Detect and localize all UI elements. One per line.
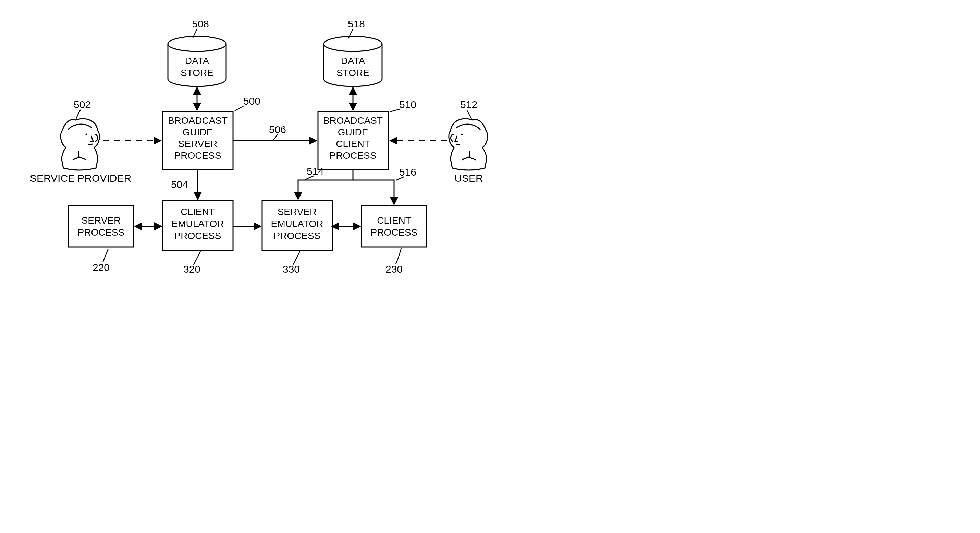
ref-320: 320 — [183, 263, 200, 275]
svg-point-0 — [168, 36, 226, 51]
ce-l2: EMULATOR — [172, 219, 224, 229]
bgc-l2: GUIDE — [338, 127, 368, 137]
ref-330: 330 — [283, 263, 300, 275]
ref-514: 514 — [307, 166, 324, 177]
ref-220: 220 — [92, 262, 110, 273]
ce-l3: PROCESS — [174, 230, 221, 241]
svg-point-8 — [86, 134, 88, 136]
data-store-1-line1: DATA — [185, 56, 209, 66]
svg-point-9 — [461, 134, 463, 136]
diagram: DATA STORE 508 DATA STORE 518 BROADCAST … — [7, 7, 514, 278]
data-store-2-line1: DATA — [341, 56, 365, 66]
bgs-l2: GUIDE — [183, 127, 213, 137]
ref-506: 506 — [269, 124, 286, 135]
ce-l1: CLIENT — [181, 206, 215, 217]
bgc-l1: BROADCAST — [323, 115, 383, 126]
edge-bgc-cp — [353, 180, 394, 204]
svg-point-1 — [324, 36, 382, 51]
ref-510: 510 — [399, 99, 416, 110]
data-store-1: DATA STORE — [168, 36, 226, 86]
bgs-l3: SERVER — [178, 139, 218, 149]
cp-l1: CLIENT — [377, 215, 411, 226]
data-store-1-line2: STORE — [181, 67, 213, 78]
user-label: USER — [454, 172, 483, 184]
sp-l2: PROCESS — [78, 227, 125, 238]
ref-230: 230 — [385, 263, 402, 275]
ref-504: 504 — [171, 179, 188, 190]
ref-518: 518 — [348, 18, 365, 29]
service-provider-label: SERVICE PROVIDER — [30, 172, 131, 184]
se-l2: EMULATOR — [271, 219, 323, 229]
server-emulator-process: SERVER EMULATOR PROCESS — [262, 201, 332, 251]
svg-rect-4 — [68, 206, 134, 247]
ref-502: 502 — [74, 99, 91, 110]
bgc-l4: PROCESS — [329, 150, 377, 161]
bgs-l1: BROADCAST — [168, 115, 228, 126]
ref-508: 508 — [192, 18, 209, 29]
cp-l2: PROCESS — [371, 227, 418, 238]
server-process: SERVER PROCESS — [68, 206, 134, 247]
bgc-l3: CLIENT — [336, 139, 370, 149]
data-store-2: DATA STORE — [324, 36, 382, 86]
broadcast-guide-client-process: BROADCAST GUIDE CLIENT PROCESS — [318, 112, 388, 170]
client-process: CLIENT PROCESS — [361, 206, 426, 247]
user-icon — [449, 119, 488, 170]
se-l3: PROCESS — [274, 230, 321, 241]
sp-l1: SERVER — [81, 215, 121, 226]
se-l1: SERVER — [278, 206, 317, 217]
service-provider-icon — [60, 119, 99, 170]
broadcast-guide-server-process: BROADCAST GUIDE SERVER PROCESS — [163, 112, 233, 170]
svg-rect-7 — [361, 206, 426, 247]
ref-512: 512 — [460, 99, 477, 110]
client-emulator-process: CLIENT EMULATOR PROCESS — [163, 201, 233, 251]
ref-516: 516 — [399, 166, 416, 178]
ref-500: 500 — [243, 95, 261, 107]
bgs-l4: PROCESS — [174, 150, 221, 161]
data-store-2-line2: STORE — [336, 67, 369, 78]
